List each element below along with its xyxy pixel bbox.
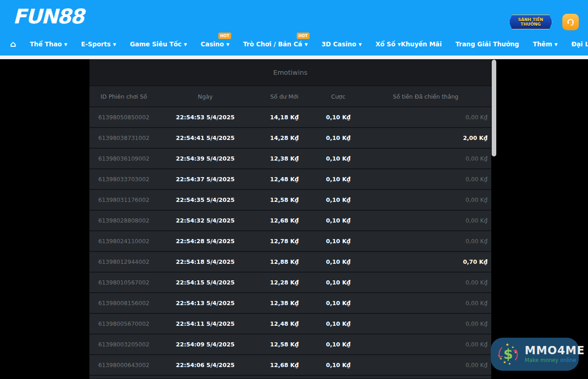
nav-item-casino[interactable]: Casino ▼ HOT xyxy=(201,40,230,48)
dollar-icon: $ xyxy=(504,346,513,362)
cell-bet: 0,10 K₫ xyxy=(316,300,360,307)
cell-session-id: 61398033703002 xyxy=(89,176,158,183)
nav-item-game-sieu-toc[interactable]: Game Siêu Tốc ▼ xyxy=(130,40,187,48)
main-nav-left: ⌂ Thể Thao ▼ E-Sports ▼ Game Siêu Tốc ▼ … xyxy=(0,40,401,48)
table-body: 61398050850002 22:54:53 5/4/2025 14,18 K… xyxy=(89,106,491,375)
cell-date: 22:54:35 5/4/2025 xyxy=(158,196,252,203)
cell-win-amount: 0,70 K₫ xyxy=(360,258,491,265)
cell-win-amount: 0,00 K₫ xyxy=(360,300,491,307)
cell-win-amount: 2,00 K₫ xyxy=(360,134,491,141)
cell-bet: 0,10 K₫ xyxy=(316,341,360,348)
table-row: 61398012944002 22:54:18 5/4/2025 12,88 K… xyxy=(89,251,491,272)
chevron-down-icon: ▼ xyxy=(359,42,362,47)
cell-date: 22:54:53 5/4/2025 xyxy=(158,114,252,121)
page-content: Emotiwins ID Phiên chơi Số Ngày Số dư Mớ… xyxy=(0,59,588,379)
top-navigation-bar: FUN88 ⌂ Thể Thao ▼ E-Sports ▼ Game Siêu … xyxy=(0,0,588,56)
table-row: 61398010567002 22:54:15 5/4/2025 12,28 K… xyxy=(89,272,491,292)
home-icon: ⌂ xyxy=(10,40,16,48)
chevron-down-icon: ▼ xyxy=(305,42,308,47)
cell-win-amount: 0,00 K₫ xyxy=(360,341,491,348)
column-header-bet: Cược xyxy=(316,93,360,100)
support-button[interactable] xyxy=(562,14,579,30)
table-row: 61398033703002 22:54:37 5/4/2025 12,48 K… xyxy=(89,168,491,189)
cell-date: 22:54:15 5/4/2025 xyxy=(158,279,252,286)
cell-bet: 0,10 K₫ xyxy=(316,362,360,368)
table-row-partial xyxy=(89,375,491,379)
cell-bet: 0,10 K₫ xyxy=(316,176,360,183)
nav-item-khuyen-mai[interactable]: Khuyến Mãi xyxy=(401,40,442,48)
cell-session-id: 61398038731002 xyxy=(89,134,158,141)
chevron-down-icon: ▼ xyxy=(398,42,401,47)
cell-date: 22:54:06 5/4/2025 xyxy=(158,362,252,368)
cell-session-id: 61398036109002 xyxy=(89,155,158,162)
cell-session-id: 61398010567002 xyxy=(89,279,158,286)
table-row: 61398036109002 22:54:39 5/4/2025 12,38 K… xyxy=(89,148,491,168)
mmo4me-subtitle: Make money online xyxy=(525,357,585,363)
mmo4me-logo-icon: ★ ★ ★ ★ ★ ★ $ xyxy=(495,341,521,367)
nav-item-xo-so[interactable]: Xổ Số ▼ xyxy=(376,40,401,48)
cell-date: 22:54:28 5/4/2025 xyxy=(158,238,252,245)
cell-date: 22:54:32 5/4/2025 xyxy=(158,217,252,224)
nav-item-dai-ly[interactable]: Đại Lý xyxy=(571,40,588,48)
cell-session-id: 61398012944002 xyxy=(89,258,158,265)
cell-win-amount: 0,00 K₫ xyxy=(360,196,491,203)
cell-new-balance: 12,68 K₫ xyxy=(252,362,316,368)
nav-item-trang-giai-thuong[interactable]: Trang Giải Thưởng xyxy=(455,40,519,48)
cell-win-amount: 0,00 K₫ xyxy=(360,279,491,286)
home-button[interactable]: ⌂ xyxy=(10,40,16,48)
table-row: 61398028808002 22:54:32 5/4/2025 12,68 K… xyxy=(89,210,491,230)
cell-session-id: 61398000643002 xyxy=(89,362,158,368)
cell-session-id: 61398008156002 xyxy=(89,300,158,307)
header-divider xyxy=(0,56,588,59)
cell-new-balance: 12,28 K₫ xyxy=(252,279,316,286)
cell-date: 22:54:41 5/4/2025 xyxy=(158,134,252,141)
cell-win-amount: 0,00 K₫ xyxy=(360,114,491,121)
cell-bet: 0,10 K₫ xyxy=(316,320,360,327)
bonus-lobby-badge[interactable]: SẢNH TIỀN THƯỞNG xyxy=(509,15,552,29)
hot-badge: HOT xyxy=(297,33,310,39)
hot-badge: HOT xyxy=(218,33,231,39)
cell-session-id: 61398031176002 xyxy=(89,196,158,203)
cell-date: 22:54:09 5/4/2025 xyxy=(158,341,252,348)
cell-new-balance: 12,38 K₫ xyxy=(252,300,316,307)
cell-bet: 0,10 K₫ xyxy=(316,238,360,245)
mmo4me-text: MMO4ME Make money online xyxy=(525,345,585,363)
column-header-session-id: ID Phiên chơi Số xyxy=(89,93,158,100)
cell-new-balance: 12,58 K₫ xyxy=(252,341,316,348)
chevron-down-icon: ▼ xyxy=(184,42,187,47)
nav-item-esports[interactable]: E-Sports ▼ xyxy=(81,40,116,48)
cell-new-balance: 14,28 K₫ xyxy=(252,134,316,141)
cell-win-amount: 0,00 K₫ xyxy=(360,320,491,327)
chevron-down-icon: ▼ xyxy=(555,42,558,47)
cell-new-balance: 12,38 K₫ xyxy=(252,155,316,162)
cell-win-amount: 0,00 K₫ xyxy=(360,238,491,245)
cell-date: 22:54:11 5/4/2025 xyxy=(158,320,252,327)
cell-date: 22:54:13 5/4/2025 xyxy=(158,300,252,307)
chevron-down-icon: ▼ xyxy=(64,42,67,47)
vertical-scrollbar-thumb[interactable] xyxy=(492,60,496,156)
table-row: 61398050850002 22:54:53 5/4/2025 14,18 K… xyxy=(89,106,491,127)
nav-item-the-thao[interactable]: Thể Thao ▼ xyxy=(30,40,67,48)
cell-bet: 0,10 K₫ xyxy=(316,114,360,121)
table-row: 61398005670002 22:54:11 5/4/2025 12,48 K… xyxy=(89,313,491,334)
nav-item-them[interactable]: Thêm ▼ xyxy=(533,40,558,48)
cell-date: 22:54:18 5/4/2025 xyxy=(158,258,252,265)
nav-item-3d-casino[interactable]: 3D Casino ▼ xyxy=(322,40,362,48)
main-nav: ⌂ Thể Thao ▼ E-Sports ▼ Game Siêu Tốc ▼ … xyxy=(0,37,588,51)
cell-session-id: 61398028808002 xyxy=(89,217,158,224)
cell-bet: 0,10 K₫ xyxy=(316,258,360,265)
cell-bet: 0,10 K₫ xyxy=(316,134,360,141)
main-nav-right: Khuyến Mãi Trang Giải Thưởng Thêm ▼ Đại … xyxy=(401,40,588,48)
nav-item-tro-choi-ban-ca[interactable]: Trò Chơi / Bản Cá ▼ HOT xyxy=(243,40,308,48)
mmo4me-watermark: ★ ★ ★ ★ ★ ★ $ MMO4ME Make money online xyxy=(491,338,579,371)
table-row: 61398031176002 22:54:35 5/4/2025 12,58 K… xyxy=(89,189,491,210)
cell-session-id: 61398050850002 xyxy=(89,114,158,121)
table-header-row: ID Phiên chơi Số Ngày Số dư Mới Cược Số … xyxy=(89,85,491,106)
cell-new-balance: 12,68 K₫ xyxy=(252,217,316,224)
cell-bet: 0,10 K₫ xyxy=(316,155,360,162)
cell-session-id: 61398024110002 xyxy=(89,238,158,245)
cell-win-amount: 0,00 K₫ xyxy=(360,155,491,162)
mmo4me-title: MMO4ME xyxy=(525,345,585,356)
header-actions: SẢNH TIỀN THƯỞNG xyxy=(509,14,579,30)
fun88-logo[interactable]: FUN88 xyxy=(13,5,83,28)
